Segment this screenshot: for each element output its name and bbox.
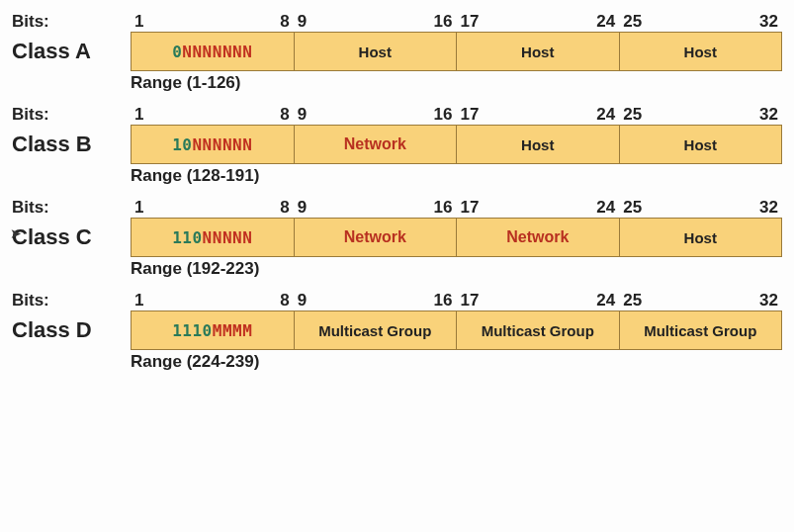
bit-start: 17 — [461, 198, 480, 218]
bit-start: 17 — [461, 291, 480, 310]
bit-start: 9 — [298, 105, 307, 125]
range-text: Range (128-191) — [131, 166, 259, 186]
mouse-cursor-icon: ➤ — [10, 225, 22, 241]
cell-text: Multicast Group — [644, 322, 756, 339]
bit-pair: 916 — [294, 291, 457, 310]
octet-row: Class B10NNNNNNNetworkHostHost — [12, 125, 782, 164]
range-value: (128-191) — [187, 166, 260, 185]
bit-start: 1 — [134, 291, 143, 310]
bit-pair: 2532 — [619, 105, 782, 125]
octet-cells: 1110MMMMMulticast GroupMulticast GroupMu… — [131, 310, 782, 350]
cell-text: Multicast Group — [318, 322, 431, 339]
bits-label: Bits: — [12, 105, 131, 125]
class-label: Class C — [12, 224, 131, 250]
bit-prefix: 110 — [172, 228, 202, 247]
bits-label: Bits: — [12, 198, 131, 218]
class-block: Bits:1891617242532Class D1110MMMMMultica… — [12, 291, 782, 372]
bit-end: 24 — [596, 291, 615, 310]
bit-mask: MMMM — [213, 321, 253, 340]
network-cell: Network — [295, 125, 458, 164]
bit-end: 16 — [434, 12, 453, 32]
bit-start: 9 — [298, 198, 307, 218]
bit-start: 1 — [134, 12, 143, 32]
cell-text: Host — [521, 44, 554, 60]
bit-pair: 18 — [131, 291, 294, 310]
range-row: Range (192-223) — [12, 259, 782, 279]
class-block: Bits:1891617242532Class B10NNNNNNNetwork… — [12, 105, 782, 186]
bit-pair: 1724 — [457, 198, 620, 218]
pattern-cell: 10NNNNNN — [131, 125, 295, 164]
host-cell: Host — [620, 125, 783, 164]
bit-start: 25 — [623, 12, 642, 32]
bit-end: 24 — [596, 12, 615, 32]
bit-mask: NNNNNN — [192, 135, 252, 154]
cell-text: Multicast Group — [482, 322, 594, 339]
bit-end: 32 — [759, 291, 778, 310]
range-value: (224-239) — [187, 352, 260, 371]
bit-end: 8 — [280, 291, 289, 310]
bit-end: 8 — [280, 105, 289, 125]
bit-end: 32 — [759, 105, 778, 125]
bit-start: 1 — [134, 105, 143, 125]
cell-text: Network — [506, 228, 569, 246]
class-block: Bits:1891617242532Class C110NNNNNNetwork… — [12, 198, 782, 279]
bit-end: 16 — [434, 291, 453, 310]
bit-pair: 2532 — [619, 12, 782, 32]
bit-start: 9 — [298, 12, 307, 32]
network-cell: Network — [457, 218, 620, 257]
bits-row: Bits:1891617242532 — [12, 105, 782, 125]
pattern-cell: 1110MMMM — [131, 310, 295, 350]
range-value: (192-223) — [187, 259, 260, 278]
host-cell: Host — [295, 32, 458, 71]
bit-start: 9 — [298, 291, 307, 310]
class-label: Class B — [12, 132, 131, 157]
ip-class-diagram: Bits:1891617242532Class A0NNNNNNNHostHos… — [12, 12, 782, 372]
range-row: Range (1-126) — [12, 73, 782, 93]
range-prefix: Range — [131, 166, 187, 185]
bits-row: Bits:1891617242532 — [12, 291, 782, 310]
bit-end: 32 — [759, 12, 778, 32]
cell-text: Host — [684, 44, 717, 60]
octet-cells: 10NNNNNNNetworkHostHost — [131, 125, 782, 164]
bits-row: Bits:1891617242532 — [12, 12, 782, 32]
bit-pair: 1724 — [457, 12, 620, 32]
range-row: Range (128-191) — [12, 166, 782, 186]
class-label: Class A — [12, 39, 131, 64]
bits-row: Bits:1891617242532 — [12, 198, 782, 218]
cell-text: Network — [344, 135, 406, 153]
range-prefix: Range — [131, 259, 187, 278]
bit-end: 16 — [434, 198, 453, 218]
bit-start: 25 — [623, 291, 642, 310]
cell-text: Host — [684, 229, 717, 246]
range-row: Range (224-239) — [12, 352, 782, 372]
range-text: Range (192-223) — [131, 259, 259, 279]
range-value: (1-126) — [187, 73, 241, 92]
octet-row: Class D1110MMMMMulticast GroupMulticast … — [12, 310, 782, 350]
bits-numbers: 1891617242532 — [131, 198, 782, 218]
bits-numbers: 1891617242532 — [131, 12, 782, 32]
bit-pair: 18 — [131, 198, 294, 218]
bit-prefix: 1110 — [172, 321, 213, 340]
pattern-cell: 110NNNNN — [131, 218, 295, 257]
bits-numbers: 1891617242532 — [131, 105, 782, 125]
bit-pair: 1724 — [457, 291, 620, 310]
octet-row: Class C110NNNNNNetworkNetworkHost — [12, 218, 782, 257]
bit-start: 1 — [134, 198, 143, 218]
bit-pair: 916 — [294, 198, 457, 218]
range-text: Range (224-239) — [131, 352, 259, 372]
bits-label: Bits: — [12, 12, 131, 32]
octet-row: Class A0NNNNNNNHostHostHost — [12, 32, 782, 71]
bit-mask: NNNNNNN — [182, 43, 252, 61]
class-label: Class D — [12, 317, 131, 343]
bit-end: 8 — [280, 12, 289, 32]
bit-prefix: 10 — [172, 135, 192, 154]
bit-end: 32 — [759, 198, 778, 218]
range-text: Range (1-126) — [131, 73, 241, 93]
cell-text: Host — [359, 44, 392, 60]
bit-start: 25 — [623, 105, 642, 125]
host-cell: Multicast Group — [295, 310, 458, 350]
range-prefix: Range — [131, 352, 187, 371]
network-cell: Network — [295, 218, 458, 257]
host-cell: Host — [457, 125, 620, 164]
bit-pair: 1724 — [457, 105, 620, 125]
